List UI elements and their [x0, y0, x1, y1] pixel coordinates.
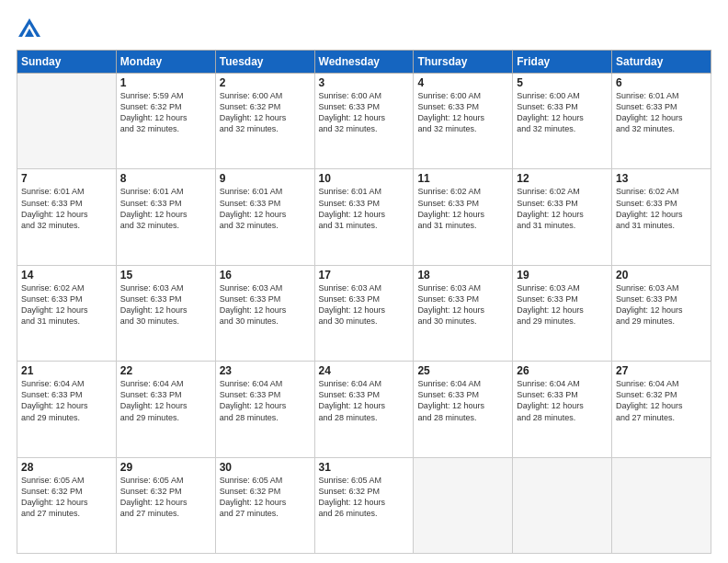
day-number: 22 — [120, 364, 211, 377]
calendar-cell: 14Sunrise: 6:02 AM Sunset: 6:33 PM Dayli… — [17, 265, 117, 361]
day-number: 26 — [517, 364, 608, 377]
calendar-cell: 5Sunrise: 6:00 AM Sunset: 6:33 PM Daylig… — [513, 74, 612, 169]
calendar-cell — [17, 74, 117, 169]
day-number: 2 — [220, 76, 311, 89]
day-info: Sunrise: 6:04 AM Sunset: 6:33 PM Dayligh… — [120, 378, 211, 423]
day-number: 12 — [517, 172, 608, 185]
day-number: 20 — [616, 269, 707, 282]
calendar-body: 1Sunrise: 5:59 AM Sunset: 6:32 PM Daylig… — [17, 74, 711, 554]
day-info: Sunrise: 6:05 AM Sunset: 6:32 PM Dayligh… — [21, 475, 112, 520]
calendar-cell: 31Sunrise: 6:05 AM Sunset: 6:32 PM Dayli… — [314, 457, 414, 553]
calendar-cell: 18Sunrise: 6:03 AM Sunset: 6:33 PM Dayli… — [414, 265, 513, 361]
day-number: 30 — [220, 461, 311, 474]
calendar-cell: 21Sunrise: 6:04 AM Sunset: 6:33 PM Dayli… — [17, 362, 117, 457]
day-number: 9 — [220, 172, 311, 185]
day-info: Sunrise: 6:04 AM Sunset: 6:33 PM Dayligh… — [517, 378, 608, 423]
calendar-cell: 22Sunrise: 6:04 AM Sunset: 6:33 PM Dayli… — [116, 362, 215, 457]
calendar-cell: 12Sunrise: 6:02 AM Sunset: 6:33 PM Dayli… — [513, 169, 612, 265]
calendar-cell: 17Sunrise: 6:03 AM Sunset: 6:33 PM Dayli… — [314, 265, 414, 361]
calendar-cell: 10Sunrise: 6:01 AM Sunset: 6:33 PM Dayli… — [314, 169, 414, 265]
weekday-header: Tuesday — [215, 51, 314, 74]
day-number: 11 — [417, 172, 508, 185]
calendar-cell: 23Sunrise: 6:04 AM Sunset: 6:33 PM Dayli… — [215, 362, 314, 457]
calendar-cell: 27Sunrise: 6:04 AM Sunset: 6:32 PM Dayli… — [612, 362, 711, 457]
day-info: Sunrise: 6:01 AM Sunset: 6:33 PM Dayligh… — [120, 186, 211, 231]
weekday-header: Thursday — [414, 51, 513, 74]
day-number: 13 — [616, 172, 707, 185]
day-number: 14 — [21, 269, 112, 282]
weekday-header: Wednesday — [314, 51, 414, 74]
calendar-cell: 30Sunrise: 6:05 AM Sunset: 6:32 PM Dayli… — [215, 457, 314, 553]
weekday-header: Monday — [116, 51, 215, 74]
calendar-cell: 13Sunrise: 6:02 AM Sunset: 6:33 PM Dayli… — [612, 169, 711, 265]
day-info: Sunrise: 6:00 AM Sunset: 6:33 PM Dayligh… — [417, 90, 508, 135]
calendar-week-row: 21Sunrise: 6:04 AM Sunset: 6:33 PM Dayli… — [17, 362, 711, 457]
calendar-header: SundayMondayTuesdayWednesdayThursdayFrid… — [17, 51, 711, 74]
day-info: Sunrise: 6:04 AM Sunset: 6:32 PM Dayligh… — [616, 378, 707, 423]
calendar-cell: 20Sunrise: 6:03 AM Sunset: 6:33 PM Dayli… — [612, 265, 711, 361]
calendar-cell: 2Sunrise: 6:00 AM Sunset: 6:32 PM Daylig… — [215, 74, 314, 169]
day-number: 25 — [417, 364, 508, 377]
day-info: Sunrise: 6:00 AM Sunset: 6:33 PM Dayligh… — [319, 90, 410, 135]
day-info: Sunrise: 6:04 AM Sunset: 6:33 PM Dayligh… — [417, 378, 508, 423]
calendar-cell: 4Sunrise: 6:00 AM Sunset: 6:33 PM Daylig… — [414, 74, 513, 169]
day-number: 19 — [517, 269, 608, 282]
day-number: 5 — [517, 76, 608, 89]
day-info: Sunrise: 6:02 AM Sunset: 6:33 PM Dayligh… — [517, 186, 608, 231]
calendar-week-row: 14Sunrise: 6:02 AM Sunset: 6:33 PM Dayli… — [17, 265, 711, 361]
day-number: 15 — [120, 269, 211, 282]
page: SundayMondayTuesdayWednesdayThursdayFrid… — [0, 0, 728, 563]
weekday-row: SundayMondayTuesdayWednesdayThursdayFrid… — [17, 51, 711, 74]
day-number: 29 — [120, 461, 211, 474]
calendar-cell: 3Sunrise: 6:00 AM Sunset: 6:33 PM Daylig… — [314, 74, 414, 169]
day-number: 1 — [120, 76, 211, 89]
day-number: 28 — [21, 461, 112, 474]
day-info: Sunrise: 6:02 AM Sunset: 6:33 PM Dayligh… — [21, 282, 112, 327]
calendar-cell — [414, 457, 513, 553]
day-info: Sunrise: 6:05 AM Sunset: 6:32 PM Dayligh… — [120, 475, 211, 520]
calendar-week-row: 1Sunrise: 5:59 AM Sunset: 6:32 PM Daylig… — [17, 74, 711, 169]
day-info: Sunrise: 6:03 AM Sunset: 6:33 PM Dayligh… — [616, 282, 707, 327]
calendar-table: SundayMondayTuesdayWednesdayThursdayFrid… — [17, 50, 711, 554]
calendar-cell: 8Sunrise: 6:01 AM Sunset: 6:33 PM Daylig… — [116, 169, 215, 265]
calendar-week-row: 7Sunrise: 6:01 AM Sunset: 6:33 PM Daylig… — [17, 169, 711, 265]
calendar-cell: 11Sunrise: 6:02 AM Sunset: 6:33 PM Dayli… — [414, 169, 513, 265]
day-info: Sunrise: 6:01 AM Sunset: 6:33 PM Dayligh… — [220, 186, 311, 231]
day-info: Sunrise: 6:05 AM Sunset: 6:32 PM Dayligh… — [319, 475, 410, 520]
day-info: Sunrise: 6:00 AM Sunset: 6:33 PM Dayligh… — [517, 90, 608, 135]
day-number: 8 — [120, 172, 211, 185]
calendar-cell: 9Sunrise: 6:01 AM Sunset: 6:33 PM Daylig… — [215, 169, 314, 265]
day-info: Sunrise: 6:03 AM Sunset: 6:33 PM Dayligh… — [319, 282, 410, 327]
day-info: Sunrise: 6:00 AM Sunset: 6:32 PM Dayligh… — [220, 90, 311, 135]
weekday-header: Friday — [513, 51, 612, 74]
day-info: Sunrise: 6:05 AM Sunset: 6:32 PM Dayligh… — [220, 475, 311, 520]
day-info: Sunrise: 6:01 AM Sunset: 6:33 PM Dayligh… — [616, 90, 707, 135]
calendar-cell: 1Sunrise: 5:59 AM Sunset: 6:32 PM Daylig… — [116, 74, 215, 169]
day-number: 7 — [21, 172, 112, 185]
day-number: 17 — [319, 269, 410, 282]
day-number: 31 — [319, 461, 410, 474]
day-number: 23 — [220, 364, 311, 377]
day-info: Sunrise: 6:04 AM Sunset: 6:33 PM Dayligh… — [220, 378, 311, 423]
day-number: 18 — [417, 269, 508, 282]
day-info: Sunrise: 6:01 AM Sunset: 6:33 PM Dayligh… — [21, 186, 112, 231]
header — [17, 17, 711, 42]
day-info: Sunrise: 6:04 AM Sunset: 6:33 PM Dayligh… — [21, 378, 112, 423]
weekday-header: Saturday — [612, 51, 711, 74]
calendar-cell: 15Sunrise: 6:03 AM Sunset: 6:33 PM Dayli… — [116, 265, 215, 361]
weekday-header: Sunday — [17, 51, 117, 74]
calendar-cell: 26Sunrise: 6:04 AM Sunset: 6:33 PM Dayli… — [513, 362, 612, 457]
calendar-cell: 29Sunrise: 6:05 AM Sunset: 6:32 PM Dayli… — [116, 457, 215, 553]
day-number: 6 — [616, 76, 707, 89]
day-number: 16 — [220, 269, 311, 282]
calendar-week-row: 28Sunrise: 6:05 AM Sunset: 6:32 PM Dayli… — [17, 457, 711, 553]
calendar-cell: 19Sunrise: 6:03 AM Sunset: 6:33 PM Dayli… — [513, 265, 612, 361]
calendar-cell: 25Sunrise: 6:04 AM Sunset: 6:33 PM Dayli… — [414, 362, 513, 457]
calendar-cell: 7Sunrise: 6:01 AM Sunset: 6:33 PM Daylig… — [17, 169, 117, 265]
day-info: Sunrise: 6:02 AM Sunset: 6:33 PM Dayligh… — [616, 186, 707, 231]
calendar-cell: 16Sunrise: 6:03 AM Sunset: 6:33 PM Dayli… — [215, 265, 314, 361]
day-number: 24 — [319, 364, 410, 377]
day-info: Sunrise: 6:03 AM Sunset: 6:33 PM Dayligh… — [417, 282, 508, 327]
day-info: Sunrise: 6:04 AM Sunset: 6:33 PM Dayligh… — [319, 378, 410, 423]
calendar-cell: 24Sunrise: 6:04 AM Sunset: 6:33 PM Dayli… — [314, 362, 414, 457]
